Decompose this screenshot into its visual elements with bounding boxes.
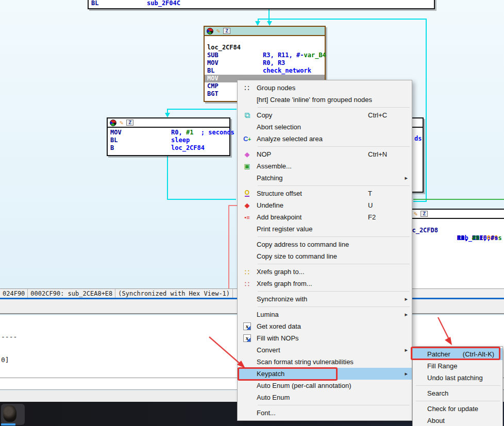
menu-separator bbox=[416, 385, 500, 386]
menu-separator bbox=[258, 405, 410, 405]
menu-separator bbox=[258, 291, 410, 292]
asm-row[interactable]: BL sub_2F04C bbox=[89, 0, 434, 7]
menu-item-copy[interactable]: ⧉ Copy Ctrl+C bbox=[238, 109, 412, 121]
menu-item-label: Fill with NOPs bbox=[257, 334, 408, 342]
operand-var: var_B4 bbox=[304, 52, 326, 59]
menu-item-auto-enum[interactable]: Auto Enum bbox=[238, 391, 412, 403]
menu-item-label: Print register value bbox=[257, 225, 408, 233]
operands: R3, R11, #-var_B4 bbox=[263, 52, 326, 59]
edge-loop-horizontal bbox=[258, 19, 427, 20]
menu-item-xrefs-graph-from[interactable]: ⸬ Xrefs graph from... bbox=[238, 278, 412, 289]
submenu-item-search[interactable]: Search bbox=[413, 387, 502, 399]
block-label: loc_2CF84 bbox=[207, 44, 241, 52]
edge-arrow-left-node bbox=[165, 113, 170, 117]
menu-separator bbox=[258, 236, 410, 237]
menu-item-label: Assemble... bbox=[257, 162, 408, 170]
menu-item-label: Add breakpoint bbox=[257, 213, 368, 221]
submenu-arrow-icon: ▸ bbox=[405, 311, 408, 318]
operand-immediate: #1 bbox=[186, 129, 193, 136]
menu-shortcut: Ctrl+C bbox=[368, 111, 396, 119]
node-titlebar: ✎ Z bbox=[108, 118, 229, 128]
edge-pink-h bbox=[228, 205, 237, 206]
edge-from-left-node-v bbox=[167, 156, 168, 200]
submenu-item-check-for-update[interactable]: Check for update bbox=[413, 403, 502, 415]
menu-item-abort-selection[interactable]: Abort selection bbox=[238, 121, 412, 133]
app-icon-image bbox=[3, 405, 16, 422]
status-cell-offset: 024F90 bbox=[0, 289, 28, 298]
menu-separator bbox=[258, 306, 410, 307]
menu-item-patching[interactable]: Patching ▸ bbox=[238, 172, 412, 184]
edit-pencil-icon[interactable]: ✎ bbox=[120, 120, 123, 126]
mnemonic: BL bbox=[110, 137, 117, 144]
menu-item-nop[interactable]: ◆ NOP Ctrl+N bbox=[238, 148, 412, 160]
menu-item-group-nodes[interactable]: ∷ Group nodes bbox=[238, 82, 412, 94]
asm-label-row[interactable]: loc_2CFD8 bbox=[402, 227, 504, 234]
copy-icon: ⧉ bbox=[244, 111, 250, 120]
menu-separator bbox=[258, 107, 410, 108]
submenu-item-undo-last-patching[interactable]: Undo last patching bbox=[413, 372, 502, 384]
taskbar-app-icon[interactable] bbox=[1, 404, 25, 425]
menu-item-get-xored-data[interactable]: x Get xored data bbox=[238, 320, 412, 332]
submenu-item-fill-range[interactable]: Fill Range bbox=[413, 360, 502, 372]
asm-row[interactable]: BL sleep bbox=[108, 137, 229, 144]
menu-item-analyze-selected-area[interactable]: C+ Analyze selected area bbox=[238, 133, 412, 145]
frame-chart-icon[interactable]: Z bbox=[421, 211, 428, 217]
asm-row[interactable]: SUB R3, R11, #-var_B4 bbox=[205, 52, 325, 59]
graph-node-loc-2CFD8[interactable]: ✎ Z loc_2CFD8 R0, #0 R1, #0xF000 R2, #1 … bbox=[401, 209, 504, 291]
menu-item-convert[interactable]: Convert ▸ bbox=[238, 344, 412, 356]
menu-item-label: Copy size to command line bbox=[257, 252, 408, 260]
asm-row[interactable]: BL check_network bbox=[205, 67, 325, 75]
submenu-item-about[interactable]: About bbox=[413, 415, 502, 426]
color-wheel-icon[interactable] bbox=[207, 28, 213, 35]
submenu-item-label: Search bbox=[427, 389, 448, 397]
edit-pencil-icon[interactable]: ✎ bbox=[414, 211, 417, 217]
menu-item-synchronize-with[interactable]: Synchronize with ▸ bbox=[238, 293, 412, 305]
menu-item-label: Auto Enum (per-call annotation) bbox=[257, 382, 408, 389]
menu-separator bbox=[416, 401, 500, 401]
operand-var: s bbox=[498, 234, 501, 242]
asm-row[interactable]: B loc_2CF84 bbox=[108, 144, 229, 152]
mnemonic: SUB bbox=[207, 52, 219, 59]
analyze-icon: C+ bbox=[243, 135, 251, 143]
color-wheel-icon[interactable] bbox=[110, 120, 116, 126]
menu-item-print-register-value[interactable]: Print register value bbox=[238, 223, 412, 235]
frame-chart-icon[interactable]: Z bbox=[223, 28, 230, 34]
node-titlebar: ✎ Z bbox=[205, 27, 325, 36]
menu-item-undefine[interactable]: ◆ Undefine U bbox=[238, 199, 412, 211]
menu-item-label: Undefine bbox=[257, 201, 368, 209]
submenu-arrow-icon: ▸ bbox=[405, 370, 408, 377]
taskbar-running-indicator bbox=[1, 423, 15, 425]
graph-node-sleep[interactable]: ✎ Z MOV R0, #1 ; seconds BL sleep B loc_… bbox=[107, 117, 230, 156]
menu-item-label: Patching bbox=[257, 174, 408, 182]
menu-item-xrefs-graph-to[interactable]: ⸬ Xrefs graph to... bbox=[238, 266, 412, 278]
menu-item-label: [hrt] Create 'inline' from grouped nodes bbox=[257, 96, 408, 104]
frame-chart-icon[interactable]: Z bbox=[126, 120, 133, 126]
menu-item-fill-with-nops[interactable]: x Fill with NOPs bbox=[238, 332, 412, 344]
menu-item-copy-size[interactable]: Copy size to command line bbox=[238, 250, 412, 262]
menu-item-font[interactable]: Font... bbox=[238, 407, 412, 419]
asm-label-row[interactable]: loc_2CF84 bbox=[205, 44, 325, 52]
menu-item-lumina[interactable]: Lumina ▸ bbox=[238, 309, 412, 320]
menu-item-auto-enum-per-call[interactable]: Auto Enum (per-call annotation) bbox=[238, 380, 412, 391]
xor-icon: x bbox=[243, 334, 251, 342]
graph-node-top[interactable]: BL sub_2F04C bbox=[88, 0, 435, 9]
menu-item-scan-format-string[interactable]: Scan format string vulnerabilities bbox=[238, 356, 412, 368]
menu-item-structure-offset[interactable]: O Structure offset T bbox=[238, 188, 412, 199]
edit-pencil-icon[interactable]: ✎ bbox=[216, 28, 220, 34]
xrefs-graph-to-icon: ⸬ bbox=[245, 268, 249, 276]
menu-item-copy-address[interactable]: Copy address to command line bbox=[238, 238, 412, 250]
menu-item-add-breakpoint[interactable]: •≡ Add breakpoint F2 bbox=[238, 211, 412, 223]
menu-item-assemble[interactable]: ▣ Assemble... bbox=[238, 160, 412, 172]
menu-item-label: Xrefs graph to... bbox=[257, 268, 408, 276]
submenu-arrow-icon: ▸ bbox=[405, 347, 408, 353]
xrefs-graph-from-icon: ⸬ bbox=[245, 280, 249, 287]
group-nodes-icon: ∷ bbox=[244, 83, 250, 93]
breakpoint-icon: •≡ bbox=[244, 214, 249, 220]
operand-immediate: #0 bbox=[472, 234, 479, 242]
asm-row[interactable]: MOV R0, R3 bbox=[205, 59, 325, 67]
asm-row[interactable]: MOV R0, #1 ; seconds bbox=[108, 129, 229, 137]
menu-item-create-inline[interactable]: [hrt] Create 'inline' from grouped nodes bbox=[238, 94, 412, 106]
annotation-box-keypatch bbox=[238, 367, 338, 381]
status-cell-sync: (Synchronized with Hex View-1) bbox=[115, 289, 233, 298]
structure-offset-icon: O bbox=[245, 190, 249, 197]
